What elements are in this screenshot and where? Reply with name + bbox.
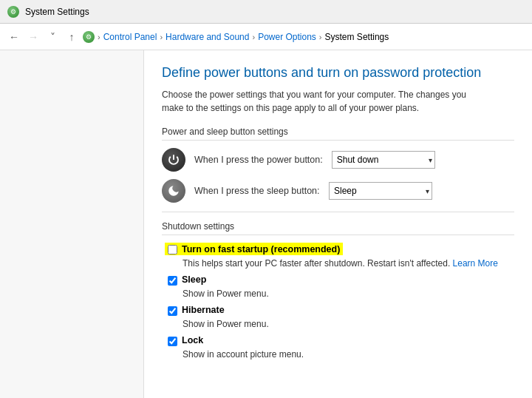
sleep-icon xyxy=(162,179,185,203)
shutdown-section-label: Shutdown settings xyxy=(162,221,514,235)
lock-sub-text: Show in account picture menu. xyxy=(162,349,514,360)
title-bar-text: System Settings xyxy=(25,7,89,17)
separator xyxy=(162,212,514,212)
nav-bar: ← → ˅ ↑ ⚙ › Control Panel › Hardware and… xyxy=(0,24,532,50)
sep2: › xyxy=(160,33,163,41)
hibernate-sub-text: Show in Power menu. xyxy=(162,319,514,329)
back-button[interactable]: ← xyxy=(6,29,22,45)
sleep-dropdown[interactable]: Sleep Shut down Hibernate Turn off the d… xyxy=(329,182,432,200)
sep1: › xyxy=(98,33,100,41)
page-description: Choose the power settings that you want … xyxy=(162,88,487,115)
page-title: Define power buttons and turn on passwor… xyxy=(162,65,514,81)
breadcrumb-control-panel[interactable]: Control Panel xyxy=(103,32,157,42)
lock-label: Lock xyxy=(182,335,203,345)
main-layout: Define power buttons and turn on passwor… xyxy=(0,50,532,398)
power-sleep-section-label: Power and sleep button settings xyxy=(162,127,514,141)
title-bar: ⚙ System Settings xyxy=(0,0,532,24)
forward-button[interactable]: → xyxy=(25,29,41,45)
learn-more-link[interactable]: Learn More xyxy=(453,258,498,269)
lock-row: Lock xyxy=(162,335,514,346)
power-button-row: When I press the power button: Shut down… xyxy=(162,148,514,172)
fast-startup-row: Turn on fast startup (recommended) xyxy=(162,243,514,255)
power-icon xyxy=(162,148,185,172)
hibernate-checkbox[interactable] xyxy=(168,306,177,316)
breadcrumb-icon: ⚙ xyxy=(83,31,95,43)
fast-startup-highlight: Turn on fast startup (recommended) xyxy=(165,243,343,255)
power-button-label: When I press the power button: xyxy=(194,155,323,165)
sidebar xyxy=(0,50,144,398)
sleep-label: Sleep xyxy=(182,274,206,285)
power-dropdown-wrapper[interactable]: Shut down Sleep Hibernate Turn off the d… xyxy=(332,151,435,169)
breadcrumb-hardware-sound[interactable]: Hardware and Sound xyxy=(166,32,249,42)
sep3: › xyxy=(252,33,255,41)
hibernate-label: Hibernate xyxy=(182,305,225,315)
sleep-button-label: When I press the sleep button: xyxy=(194,186,320,196)
app-icon: ⚙ xyxy=(7,6,19,18)
sleep-checkbox[interactable] xyxy=(168,276,177,286)
fast-startup-description: This helps start your PC faster after sh… xyxy=(162,258,514,269)
breadcrumb-power-options[interactable]: Power Options xyxy=(258,32,316,42)
sleep-row: Sleep xyxy=(162,274,514,286)
lock-checkbox[interactable] xyxy=(168,337,177,346)
fast-startup-checkbox[interactable] xyxy=(168,245,177,254)
fast-startup-label: Turn on fast startup (recommended) xyxy=(182,244,340,254)
hibernate-row: Hibernate xyxy=(162,305,514,316)
breadcrumb-system-settings: System Settings xyxy=(325,32,389,42)
sleep-dropdown-wrapper[interactable]: Sleep Shut down Hibernate Turn off the d… xyxy=(329,182,432,200)
content-area: Define power buttons and turn on passwor… xyxy=(144,50,532,398)
sleep-sub-text: Show in Power menu. xyxy=(162,289,514,299)
up-button[interactable]: ↑ xyxy=(64,29,80,45)
sleep-button-row: When I press the sleep button: Sleep Shu… xyxy=(162,179,514,203)
dropdown-button[interactable]: ˅ xyxy=(44,29,61,45)
sep4: › xyxy=(319,33,322,41)
breadcrumb: ⚙ › Control Panel › Hardware and Sound ›… xyxy=(83,31,389,43)
power-dropdown[interactable]: Shut down Sleep Hibernate Turn off the d… xyxy=(332,151,435,169)
